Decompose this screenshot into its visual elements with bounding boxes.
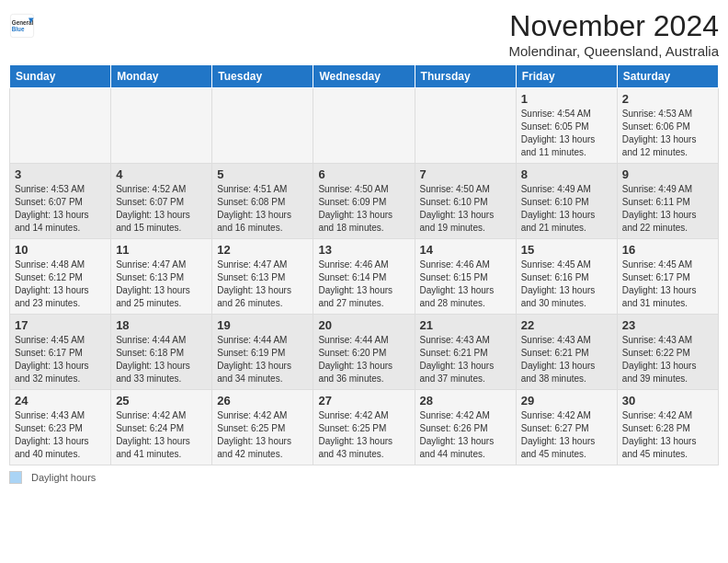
footer: Daylight hours [9,471,719,484]
day-info: Sunrise: 4:47 AM Sunset: 6:13 PM Dayligh… [116,259,207,310]
day-info: Sunrise: 4:43 AM Sunset: 6:21 PM Dayligh… [420,334,511,385]
page-subtitle: Molendinar, Queensland, Australia [509,43,719,59]
day-cell: 29Sunrise: 4:42 AM Sunset: 6:27 PM Dayli… [516,390,617,465]
col-header-thursday: Thursday [415,65,516,88]
day-info: Sunrise: 4:44 AM Sunset: 6:19 PM Dayligh… [217,334,308,385]
day-info: Sunrise: 4:42 AM Sunset: 6:25 PM Dayligh… [217,409,308,461]
day-cell: 15Sunrise: 4:45 AM Sunset: 6:16 PM Dayli… [516,239,617,315]
day-info: Sunrise: 4:53 AM Sunset: 6:07 PM Dayligh… [15,183,106,235]
day-cell [313,88,415,164]
day-info: Sunrise: 4:46 AM Sunset: 6:14 PM Dayligh… [318,259,409,310]
day-number: 28 [420,394,511,408]
day-cell: 11Sunrise: 4:47 AM Sunset: 6:13 PM Dayli… [111,239,212,315]
day-cell: 16Sunrise: 4:45 AM Sunset: 6:17 PM Dayli… [617,239,718,315]
week-row-4: 17Sunrise: 4:45 AM Sunset: 6:17 PM Dayli… [10,315,719,390]
day-cell: 6Sunrise: 4:50 AM Sunset: 6:09 PM Daylig… [313,164,415,239]
day-cell: 3Sunrise: 4:53 AM Sunset: 6:07 PM Daylig… [10,164,111,239]
day-info: Sunrise: 4:42 AM Sunset: 6:28 PM Dayligh… [622,409,713,461]
day-info: Sunrise: 4:50 AM Sunset: 6:10 PM Dayligh… [420,183,511,235]
logo: General Blue [9,13,35,39]
day-number: 8 [521,167,612,181]
day-cell [10,88,111,164]
week-row-1: 1Sunrise: 4:54 AM Sunset: 6:05 PM Daylig… [10,88,719,164]
day-number: 15 [521,243,612,257]
day-info: Sunrise: 4:51 AM Sunset: 6:08 PM Dayligh… [217,183,308,235]
week-row-5: 24Sunrise: 4:43 AM Sunset: 6:23 PM Dayli… [10,390,719,465]
day-number: 18 [116,318,207,332]
day-number: 16 [622,243,713,257]
day-cell: 2Sunrise: 4:53 AM Sunset: 6:06 PM Daylig… [617,88,718,164]
logo-icon: General Blue [9,13,35,39]
day-info: Sunrise: 4:53 AM Sunset: 6:06 PM Dayligh… [622,108,713,159]
day-cell: 26Sunrise: 4:42 AM Sunset: 6:25 PM Dayli… [212,390,313,465]
day-cell: 10Sunrise: 4:48 AM Sunset: 6:12 PM Dayli… [10,239,111,315]
day-number: 9 [622,167,713,181]
header-area: General Blue November 2024 Molendinar, Q… [9,9,719,59]
day-cell: 1Sunrise: 4:54 AM Sunset: 6:05 PM Daylig… [516,88,617,164]
day-cell: 22Sunrise: 4:43 AM Sunset: 6:21 PM Dayli… [516,315,617,390]
day-number: 12 [217,243,308,257]
day-info: Sunrise: 4:48 AM Sunset: 6:12 PM Dayligh… [15,259,106,310]
day-number: 7 [420,167,511,181]
day-cell: 30Sunrise: 4:42 AM Sunset: 6:28 PM Dayli… [617,390,718,465]
day-info: Sunrise: 4:44 AM Sunset: 6:18 PM Dayligh… [116,334,207,385]
day-number: 17 [15,318,106,332]
day-info: Sunrise: 4:54 AM Sunset: 6:05 PM Dayligh… [521,108,612,159]
day-number: 20 [318,318,409,332]
day-number: 6 [318,167,409,181]
day-cell: 14Sunrise: 4:46 AM Sunset: 6:15 PM Dayli… [415,239,516,315]
day-number: 13 [318,243,409,257]
day-cell: 18Sunrise: 4:44 AM Sunset: 6:18 PM Dayli… [111,315,212,390]
day-cell [212,88,313,164]
col-header-sunday: Sunday [10,65,111,88]
day-number: 11 [116,243,207,257]
day-cell: 9Sunrise: 4:49 AM Sunset: 6:11 PM Daylig… [617,164,718,239]
day-cell: 20Sunrise: 4:44 AM Sunset: 6:20 PM Dayli… [313,315,415,390]
day-cell: 27Sunrise: 4:42 AM Sunset: 6:25 PM Dayli… [313,390,415,465]
day-info: Sunrise: 4:42 AM Sunset: 6:25 PM Dayligh… [318,409,409,461]
title-area: November 2024 Molendinar, Queensland, Au… [509,9,719,59]
day-info: Sunrise: 4:42 AM Sunset: 6:26 PM Dayligh… [420,409,511,461]
day-info: Sunrise: 4:42 AM Sunset: 6:24 PM Dayligh… [116,409,207,461]
day-number: 14 [420,243,511,257]
day-info: Sunrise: 4:43 AM Sunset: 6:21 PM Dayligh… [521,334,612,385]
col-header-friday: Friday [516,65,617,88]
day-cell: 25Sunrise: 4:42 AM Sunset: 6:24 PM Dayli… [111,390,212,465]
day-cell: 21Sunrise: 4:43 AM Sunset: 6:21 PM Dayli… [415,315,516,390]
day-number: 22 [521,318,612,332]
day-cell: 17Sunrise: 4:45 AM Sunset: 6:17 PM Dayli… [10,315,111,390]
day-cell: 28Sunrise: 4:42 AM Sunset: 6:26 PM Dayli… [415,390,516,465]
day-cell: 7Sunrise: 4:50 AM Sunset: 6:10 PM Daylig… [415,164,516,239]
day-info: Sunrise: 4:49 AM Sunset: 6:10 PM Dayligh… [521,183,612,235]
day-number: 4 [116,167,207,181]
day-cell: 13Sunrise: 4:46 AM Sunset: 6:14 PM Dayli… [313,239,415,315]
day-cell: 4Sunrise: 4:52 AM Sunset: 6:07 PM Daylig… [111,164,212,239]
day-number: 30 [622,394,713,408]
day-number: 26 [217,394,308,408]
day-cell: 19Sunrise: 4:44 AM Sunset: 6:19 PM Dayli… [212,315,313,390]
day-number: 29 [521,394,612,408]
day-info: Sunrise: 4:49 AM Sunset: 6:11 PM Dayligh… [622,183,713,235]
day-cell: 12Sunrise: 4:47 AM Sunset: 6:13 PM Dayli… [212,239,313,315]
day-number: 19 [217,318,308,332]
svg-text:Blue: Blue [12,26,25,32]
calendar-header-row: SundayMondayTuesdayWednesdayThursdayFrid… [10,65,719,88]
day-cell: 5Sunrise: 4:51 AM Sunset: 6:08 PM Daylig… [212,164,313,239]
legend-label: Daylight hours [31,472,96,483]
col-header-monday: Monday [111,65,212,88]
day-number: 3 [15,167,106,181]
day-info: Sunrise: 4:52 AM Sunset: 6:07 PM Dayligh… [116,183,207,235]
day-info: Sunrise: 4:50 AM Sunset: 6:09 PM Dayligh… [318,183,409,235]
calendar-table: SundayMondayTuesdayWednesdayThursdayFrid… [9,64,719,465]
day-info: Sunrise: 4:42 AM Sunset: 6:27 PM Dayligh… [521,409,612,461]
day-cell [111,88,212,164]
day-number: 21 [420,318,511,332]
day-info: Sunrise: 4:43 AM Sunset: 6:22 PM Dayligh… [622,334,713,385]
day-info: Sunrise: 4:44 AM Sunset: 6:20 PM Dayligh… [318,334,409,385]
day-cell: 8Sunrise: 4:49 AM Sunset: 6:10 PM Daylig… [516,164,617,239]
day-number: 2 [622,92,713,106]
page-title: November 2024 [509,9,719,43]
legend-box [9,471,22,484]
day-info: Sunrise: 4:47 AM Sunset: 6:13 PM Dayligh… [217,259,308,310]
day-number: 23 [622,318,713,332]
